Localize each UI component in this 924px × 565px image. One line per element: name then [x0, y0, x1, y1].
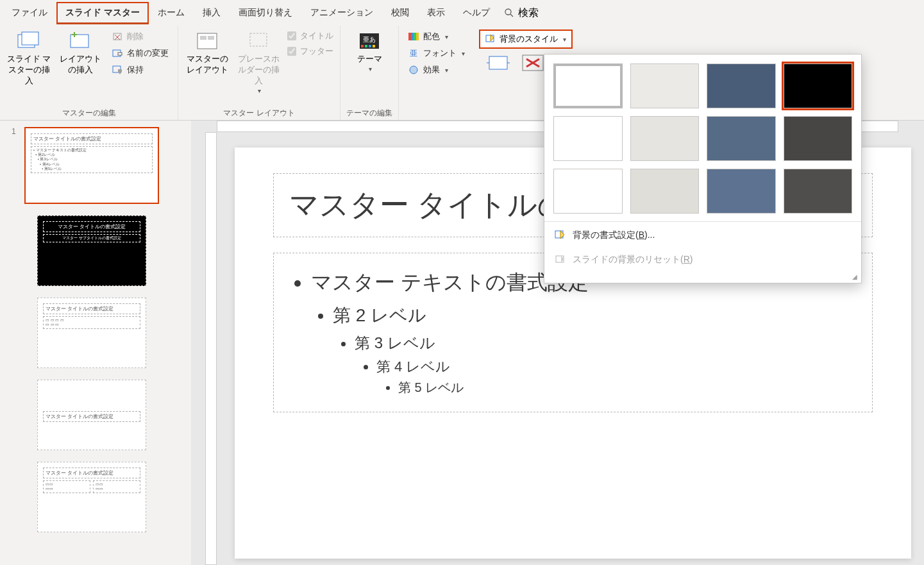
fonts-button[interactable]: 亜 フォント▾: [404, 45, 469, 62]
tab-slide-master[interactable]: スライド マスター: [56, 2, 149, 24]
svg-rect-26: [416, 33, 419, 40]
tab-transitions[interactable]: 画面切り替え: [230, 2, 301, 24]
chevron-down-icon: ▾: [445, 67, 448, 74]
format-background-icon: [555, 230, 566, 241]
layout-icon: [68, 31, 92, 51]
themes-icon: 亜あ: [357, 31, 382, 51]
svg-text:亜あ: 亜あ: [363, 36, 376, 43]
colors-icon: [408, 31, 419, 42]
effects-button[interactable]: 効果▾: [404, 62, 469, 78]
slide-number: 1: [12, 127, 24, 136]
svg-rect-11: [118, 53, 122, 55]
svg-rect-4: [71, 35, 88, 47]
footer-checkbox[interactable]: フッター: [286, 44, 335, 59]
chevron-down-icon: ▾: [258, 87, 261, 95]
background-style-swatch[interactable]: [553, 63, 623, 108]
svg-rect-24: [411, 33, 414, 40]
insert-placeholder-button[interactable]: プレースホルダーの挿入 ▾: [235, 28, 282, 97]
background-style-swatch[interactable]: [784, 63, 853, 108]
tell-me-search[interactable]: 検索: [504, 6, 539, 20]
chevron-down-icon: ▾: [563, 36, 566, 43]
title-checkbox[interactable]: タイトル: [286, 28, 335, 44]
delete-layout-button[interactable]: 削除: [108, 28, 172, 45]
insert-layout-button[interactable]: レイアウトの挿入: [56, 28, 104, 78]
svg-rect-15: [208, 36, 214, 40]
format-background-menuitem[interactable]: 背景の書式設定(B)...: [544, 223, 861, 248]
search-icon: [504, 8, 514, 18]
svg-rect-20: [365, 45, 367, 47]
preserve-icon: [112, 64, 123, 76]
background-style-swatch[interactable]: [630, 63, 700, 108]
tab-help[interactable]: ヘルプ: [454, 2, 499, 24]
themes-button[interactable]: 亜あ テーマ ▾: [346, 28, 393, 76]
layout-thumbnail[interactable]: マスター タイトルの書式設定 ▭ ▭ ▭ ▭▭ ▭ ▭: [37, 298, 146, 368]
svg-rect-3: [22, 32, 38, 45]
svg-point-0: [505, 9, 511, 15]
tab-insert[interactable]: 挿入: [194, 2, 230, 24]
reset-background-icon: [555, 254, 566, 266]
background-swatch-grid: [544, 55, 861, 220]
master-thumbnail[interactable]: マスター タイトルの書式設定 • マスター テキストの書式設定 • 第2レベル …: [24, 127, 159, 204]
background-style-swatch[interactable]: [553, 116, 623, 161]
group-edit-theme: 亜あ テーマ ▾ テーマの編集: [340, 26, 399, 120]
background-style-swatch[interactable]: [553, 169, 623, 214]
colors-button[interactable]: 配色▾: [404, 28, 469, 45]
svg-rect-21: [369, 45, 371, 47]
background-styles-popup: 背景の書式設定(B)... スライドの背景のリセット(R) ◢: [544, 54, 862, 283]
reset-slide-background-menuitem: スライドの背景のリセット(R): [544, 248, 861, 272]
background-style-swatch[interactable]: [630, 169, 700, 214]
slide-master-icon: [17, 31, 41, 51]
svg-line-1: [510, 14, 513, 17]
effects-icon: [408, 64, 419, 76]
group-label-edit-theme: テーマの編集: [346, 105, 393, 120]
search-label: 検索: [518, 6, 539, 20]
layout-thumbnail[interactable]: マスター タイトルの書式設定 ▭▭▭▭ ▭▭▭▭: [37, 462, 146, 532]
tab-file[interactable]: ファイル: [3, 2, 56, 24]
slide-navigation-pane[interactable]: 1 マスター タイトルの書式設定 • マスター テキストの書式設定 • 第2レベ…: [0, 121, 191, 565]
preserve-button[interactable]: 保持: [108, 62, 172, 78]
layout-thumbnail[interactable]: マスター タイトルの書式設定 マスター サブタイトルの書式設定: [37, 215, 146, 286]
tab-animations[interactable]: アニメーション: [301, 2, 382, 24]
fonts-icon: 亜: [408, 47, 419, 59]
background-styles-button[interactable]: 背景のスタイル▾: [479, 30, 573, 49]
group-edit-master: スライド マスターの挿入 レイアウトの挿入 削除 名前の変更 保持: [0, 26, 178, 120]
vertical-ruler: [205, 132, 217, 565]
insert-slide-master-button[interactable]: スライド マスターの挿入: [5, 28, 53, 89]
background-style-swatch[interactable]: [784, 116, 853, 161]
rename-icon: [112, 47, 123, 59]
master-layout-icon: [195, 31, 219, 51]
chevron-down-icon: ▾: [445, 33, 448, 40]
rename-button[interactable]: 名前の変更: [108, 45, 172, 62]
group-label-edit-master: マスターの編集: [5, 105, 172, 120]
resize-grip-icon[interactable]: ◢: [544, 272, 861, 283]
group-label-master-layout: マスター レイアウト: [183, 105, 335, 120]
svg-rect-16: [250, 33, 267, 46]
svg-rect-23: [408, 33, 411, 40]
svg-rect-30: [489, 56, 507, 69]
svg-rect-22: [373, 45, 375, 47]
background-style-swatch[interactable]: [630, 116, 700, 161]
tab-view[interactable]: 表示: [418, 2, 454, 24]
background-style-swatch[interactable]: [707, 116, 776, 161]
background-style-swatch[interactable]: [707, 169, 776, 214]
svg-rect-25: [414, 33, 416, 40]
master-layout-button[interactable]: マスターのレイアウト: [183, 28, 231, 78]
close-master-view-icon[interactable]: [520, 53, 546, 73]
background-styles-icon: [485, 34, 496, 44]
tab-review[interactable]: 校閲: [382, 2, 418, 24]
svg-point-28: [410, 66, 417, 74]
background-style-swatch[interactable]: [784, 169, 853, 214]
chevron-down-icon: ▾: [369, 65, 372, 73]
layout-thumbnail[interactable]: マスター タイトルの書式設定: [37, 380, 146, 450]
group-master-layout: マスターのレイアウト プレースホルダーの挿入 ▾ タイトル フッター マスター …: [178, 26, 340, 120]
background-style-swatch[interactable]: [707, 63, 776, 108]
svg-rect-13: [197, 33, 217, 49]
svg-rect-19: [361, 45, 364, 47]
svg-rect-14: [200, 36, 206, 40]
slide-size-icon[interactable]: [485, 53, 511, 73]
tab-home[interactable]: ホーム: [149, 2, 194, 24]
delete-icon: [112, 31, 123, 42]
svg-text:亜: 亜: [410, 49, 417, 58]
placeholder-icon: [246, 31, 271, 51]
svg-rect-7: [113, 33, 121, 40]
